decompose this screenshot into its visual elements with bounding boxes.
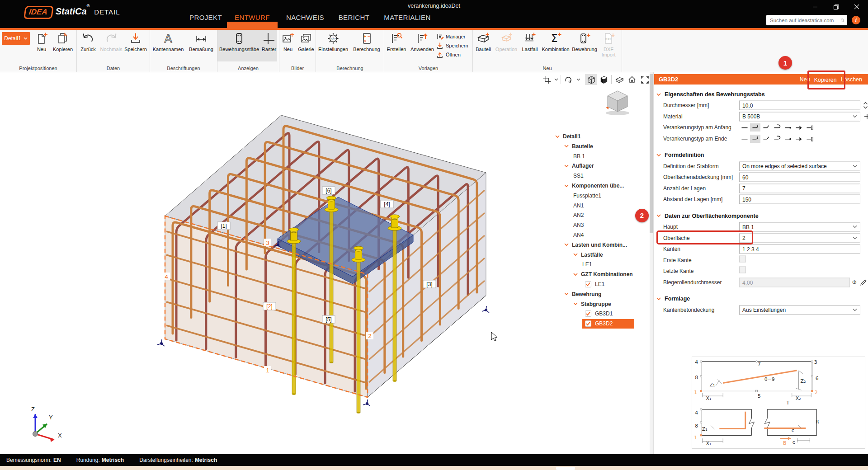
anchorage-type-7-icon[interactable] [804,123,815,132]
tree-item-an3[interactable]: AN3 [573,221,584,230]
minimize-button[interactable] [807,2,823,12]
anchorage-type-2-icon[interactable] [750,135,760,143]
bemaßung-button[interactable]: Bemaßung [186,30,216,61]
tree-item-gb3d2[interactable]: GB3D2 [585,319,613,328]
select-kantenbetondeckung[interactable]: Aus Einstellungen [739,305,860,315]
bewehrung-button[interactable]: Bewehrung [571,30,599,61]
status-darstellungseinheiten-[interactable]: Darstellungseinheiten:Metrisch [139,457,217,463]
tree-item-le1[interactable]: LE1 [582,260,592,269]
chevron-down-icon[interactable] [573,302,578,306]
zurück-button[interactable]: Zurück [77,30,99,61]
checkbox-letzte-kante[interactable] [739,267,746,273]
tree-item-gb3d1[interactable]: GB3D1 [585,309,613,318]
viewport-3d-scene[interactable]: 3421[1][6][4][3][5][2]ZYX [0,72,653,454]
search-box[interactable] [766,15,847,25]
status-rundung-[interactable]: Rundung:Metrisch [76,457,124,463]
tree-item-an1[interactable]: AN1 [573,201,584,210]
section-collapse-icon[interactable] [656,93,661,96]
chevron-down-icon[interactable] [555,135,560,138]
tree-item-komponenten-be-[interactable]: Komponenten übe... [564,181,624,190]
neu-button[interactable]: Neu [279,30,297,61]
viewport-canvas[interactable]: 3421[1][6][4][3][5][2]ZYX Detail1Bauteil… [0,72,653,454]
section-collapse-icon[interactable] [656,297,661,301]
tree-item-lastf-lle[interactable]: Lastfälle [573,250,603,259]
tree-item-ss1[interactable]: SS1 [573,171,584,180]
tree-item-bauteile[interactable]: Bauteile [564,142,593,151]
anchorage-type-7-icon[interactable] [804,135,815,143]
solid-cube-icon[interactable] [598,74,609,85]
home-view-icon[interactable] [626,74,638,85]
checkbox-icon[interactable] [585,310,591,317]
tree-item-auflager[interactable]: Auflager [564,161,594,170]
chevron-down-icon[interactable] [564,184,569,188]
tree-item-fussplatte1[interactable]: Fussplatte1 [573,191,601,200]
tab-nachweis[interactable]: NACHWEIS [286,14,324,21]
öffnen-button[interactable]: Öffnen [436,51,472,58]
tab-projekt[interactable]: PROJEKT [189,14,222,21]
einstellungen-button[interactable]: </>Einstellungen [316,30,350,61]
tree-item-an2[interactable]: AN2 [573,211,584,220]
anchorage-type-6-icon[interactable] [793,123,804,132]
diameter-pencil-icons[interactable]: Φ [852,279,867,286]
tree-item-bb-1[interactable]: BB 1 [573,152,585,161]
select-material[interactable]: B 500B [739,112,860,121]
crop-view-icon[interactable] [541,74,552,85]
checkbox-icon[interactable] [585,281,591,287]
chevron-down-icon[interactable] [573,273,578,276]
tab-materialien[interactable]: MATERIALIEN [384,14,430,21]
input-kanten[interactable]: 1 2 3 4 [739,244,860,254]
erstellen-button[interactable]: Erstellen [384,30,409,61]
wireframe-cube-icon[interactable] [585,74,597,85]
clip-box-icon[interactable] [613,74,625,85]
anchorage-type-2-icon[interactable] [750,123,760,132]
input-anzahl-der-lagen[interactable]: 7 [739,183,860,193]
tree-item-bewehrung[interactable]: Bewehrung [564,290,601,299]
input-durchmesser-mm-[interactable]: 10,0 [739,101,860,110]
fit-view-icon[interactable] [639,74,651,85]
tree-item-stabgruppe[interactable]: Stabgruppe [573,300,611,309]
anchorage-type-3-icon[interactable] [761,135,771,143]
anwenden-button[interactable]: Anwenden [409,30,436,61]
neu-button[interactable]: Neu [32,30,52,61]
chevron-down-icon[interactable] [564,292,569,296]
checkbox-erste-kante[interactable] [739,255,746,262]
status-bemessungsnorm-[interactable]: Bemessungsnorm:EN [6,457,61,463]
info-button[interactable]: i [852,16,860,24]
anchorage-type-5-icon[interactable] [783,135,793,143]
chevron-down-icon[interactable] [573,253,578,256]
stepper-icon[interactable] [863,101,868,109]
kopieren-button[interactable]: Kopieren [52,30,74,61]
speichern-button[interactable]: Speichern [123,30,148,61]
tab-bericht[interactable]: BERICHT [339,14,370,21]
tree-item-gzt-kombinationen[interactable]: GZT Kombinationen [573,270,633,279]
checkbox-icon[interactable] [585,320,591,327]
galerie-button[interactable]: Galerie [297,30,316,61]
speichern-button[interactable]: Speichern [436,42,472,49]
tree-item-lasten-und-kombin-[interactable]: Lasten und Kombin... [564,240,627,249]
berechnung-button[interactable]: + −× ÷Berechnung [350,30,383,61]
anchorage-type-3-icon[interactable] [761,123,771,132]
tree-item-an4[interactable]: AN4 [573,230,584,240]
chevron-down-icon[interactable] [576,74,581,85]
tree-item-detail1[interactable]: Detail1 [555,132,580,141]
kantennamen-button[interactable]: AKantennamen [150,30,186,61]
bewehrungsstäbe-button[interactable]: Bewehrungsstäbe [217,30,261,61]
anchorage-type-1-icon[interactable] [739,135,750,143]
anchorage-type-6-icon[interactable] [793,135,804,143]
search-input[interactable] [769,17,840,24]
anchorage-type-1-icon[interactable] [739,123,750,132]
navigation-cube[interactable] [599,87,636,117]
kombination-button[interactable]: ΣKombination [541,30,571,61]
bauteil-button[interactable]: Bauteil [473,30,494,61]
select-definition-der-stabform[interactable]: On more edges of selected surface [739,161,860,171]
tab-entwurf[interactable]: ENTWURF [235,14,270,21]
input-abstand-der-lagen-mm-[interactable]: 150 [739,195,860,204]
chevron-down-icon[interactable] [564,243,569,246]
tree-scrollbar[interactable] [650,72,653,454]
restore-button[interactable] [828,2,844,12]
tree-item-le1[interactable]: LE1 [585,280,604,289]
anchorage-type-4-icon[interactable] [772,123,782,132]
raster-button[interactable]: Raster [261,30,277,61]
chevron-down-icon[interactable] [553,74,559,85]
scrollbar-thumb[interactable] [650,74,653,233]
